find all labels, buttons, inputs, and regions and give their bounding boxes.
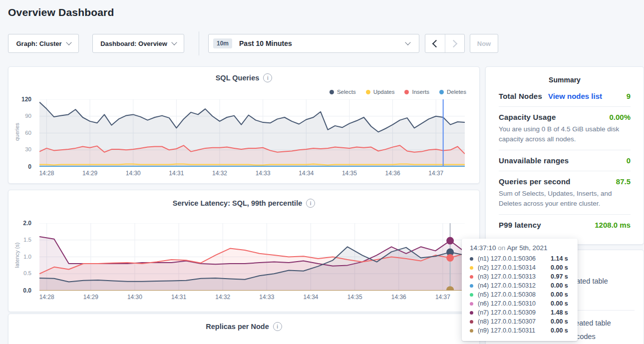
series-color-dot <box>470 266 473 270</box>
x-tick-label: 14:36 <box>385 170 400 177</box>
time-range-selector[interactable]: 10m Past 10 Minutes <box>208 34 419 53</box>
time-range-badge: 10m <box>213 38 232 48</box>
chart-title: Replicas per Node <box>206 323 269 331</box>
tooltip-node-row: (n8) 127.0.0.1:503070.00 s <box>470 317 570 326</box>
tooltip-node-row: (n6) 127.0.0.1:503100.00 s <box>470 299 570 308</box>
x-tick-label: 14:29 <box>83 294 98 301</box>
legend-label: Updates <box>373 89 395 95</box>
summary-label: Total Nodes <box>499 92 542 100</box>
series-color-dot <box>470 329 473 333</box>
dashboard-dropdown[interactable]: Dashboard: Overview <box>92 34 184 53</box>
x-tick-label: 14:34 <box>304 294 319 301</box>
legend-item-selects[interactable]: Selects <box>329 89 356 95</box>
sql-queries-chart-canvas[interactable] <box>39 99 465 167</box>
summary-label: Unavailable ranges <box>499 156 569 165</box>
x-axis-ticks: 14:2814:2914:3014:3114:3214:3314:3414:35… <box>39 294 465 302</box>
chart-legend: SelectsUpdatesInsertsDeletes <box>329 89 466 95</box>
next-time-button[interactable] <box>445 34 465 52</box>
summary-row: Unavailable ranges0 <box>499 150 631 171</box>
x-tick-label: 14:37 <box>435 294 450 301</box>
y-tick-label: 2.0 <box>1 220 31 227</box>
chart-title: SQL Queries <box>216 74 260 82</box>
highlighted-data-point <box>446 254 454 262</box>
x-tick-label: 14:30 <box>126 170 141 177</box>
service-latency-chart-canvas[interactable] <box>39 223 465 291</box>
tooltip-node-label: (n4) 127.0.0.1:50312 <box>478 282 551 289</box>
x-tick-label: 14:34 <box>299 170 314 177</box>
x-tick-label: 14:36 <box>391 294 406 301</box>
chevron-down-icon <box>171 39 177 45</box>
chevron-down-icon <box>66 39 71 45</box>
legend-label: Deletes <box>447 89 466 95</box>
info-icon[interactable]: i <box>306 199 315 208</box>
summary-label: Capacity Usage <box>499 113 556 121</box>
tooltip-node-label: (n7) 127.0.0.1:50309 <box>478 309 551 316</box>
graph-dropdown-label: Graph: Cluster <box>16 40 61 47</box>
tooltip-node-label: (n8) 127.0.0.1:50307 <box>478 318 551 325</box>
y-tick-label: 1.5 <box>1 237 31 243</box>
y-tick-label: 90 <box>1 113 31 119</box>
legend-item-deletes[interactable]: Deletes <box>439 89 466 95</box>
x-tick-label: 14:31 <box>169 170 184 177</box>
tooltip-node-value: 1.14 s <box>551 255 568 262</box>
tooltip-node-row: (n3) 127.0.0.1:503130.97 s <box>470 272 570 281</box>
tooltip-node-row: (n4) 127.0.0.1:503120.00 s <box>470 281 570 290</box>
tooltip-timestamp: 14:37:10 on Apr 5th, 2021 <box>470 244 570 252</box>
info-icon[interactable]: i <box>273 322 282 331</box>
summary-description: You are using 0 B of 4.5 GiB usable disk… <box>499 124 631 144</box>
view-nodes-list-link[interactable]: View nodes list <box>548 92 602 100</box>
series-color-dot <box>470 293 473 297</box>
legend-color-dot <box>366 90 370 94</box>
x-tick-label: 14:28 <box>39 170 54 177</box>
tooltip-node-label: (n9) 127.0.0.1:50311 <box>478 327 551 334</box>
x-tick-label: 14:30 <box>127 294 142 301</box>
x-axis-ticks: 14:2814:2914:3014:3114:3214:3314:3414:35… <box>39 170 465 178</box>
x-tick-label: 14:31 <box>171 294 186 301</box>
tooltip-node-row: (n2) 127.0.0.1:503140.00 s <box>470 263 570 272</box>
y-axis-ticks: 0306090120 <box>9 99 35 167</box>
replicas-per-node-card: Replicas per Node i <box>8 314 480 344</box>
summary-row: Total NodesView nodes list9 <box>499 86 631 107</box>
dashboard-dropdown-label: Dashboard: Overview <box>100 40 167 47</box>
y-tick-label: 0.0 <box>1 287 31 294</box>
y-tick-label: 120 <box>1 96 31 103</box>
legend-item-updates[interactable]: Updates <box>366 89 395 95</box>
tooltip-node-row: (n5) 127.0.0.1:503080.00 s <box>470 290 570 299</box>
previous-time-button[interactable] <box>425 34 445 52</box>
info-icon[interactable]: i <box>263 73 272 82</box>
y-tick-label: 0 <box>1 163 31 170</box>
tooltip-node-value: 0.00 s <box>551 264 568 271</box>
tooltip-node-row: (n7) 127.0.0.1:503091.48 s <box>470 308 570 317</box>
series-color-dot <box>470 311 473 315</box>
time-step-buttons <box>425 34 465 53</box>
tooltip-node-label: (n3) 127.0.0.1:50313 <box>478 273 551 280</box>
chevron-left-icon <box>432 39 440 47</box>
series-color-dot <box>470 284 473 288</box>
tooltip-node-label: (n1) 127.0.0.1:50306 <box>478 255 551 262</box>
chevron-down-icon <box>405 39 410 45</box>
chart-title: Service Latency: SQL, 99th percentile <box>173 199 303 207</box>
summary-row: P99 latency1208.0 ms <box>499 215 631 235</box>
tooltip-node-row: (n1) 127.0.0.1:503061.14 s <box>470 254 570 263</box>
graph-dropdown[interactable]: Graph: Cluster <box>8 34 79 53</box>
legend-label: Selects <box>337 89 356 95</box>
x-tick-label: 14:32 <box>212 170 227 177</box>
summary-value: 9 <box>627 92 631 100</box>
tooltip-node-label: (n6) 127.0.0.1:50310 <box>478 300 551 307</box>
summary-description: Sum of Selects, Updates, Inserts, and De… <box>499 189 631 208</box>
tooltip-node-value: 0.00 s <box>551 327 568 334</box>
highlighted-data-point <box>446 237 454 245</box>
series-color-dot <box>470 257 473 261</box>
legend-color-dot <box>439 90 444 94</box>
chevron-right-icon <box>450 39 458 47</box>
x-tick-label: 14:33 <box>256 170 271 177</box>
tooltip-node-value: 0.00 s <box>551 282 568 289</box>
y-tick-label: 0.5 <box>1 270 31 276</box>
tooltip-node-value: 0.00 s <box>551 300 568 307</box>
legend-item-inserts[interactable]: Inserts <box>404 89 429 95</box>
x-tick-label: 14:29 <box>82 170 97 177</box>
legend-color-dot <box>404 90 409 94</box>
page-title: Overview Dashboard <box>8 6 114 18</box>
x-tick-label: 14:28 <box>39 294 54 301</box>
y-tick-label: 1.0 <box>1 254 31 260</box>
